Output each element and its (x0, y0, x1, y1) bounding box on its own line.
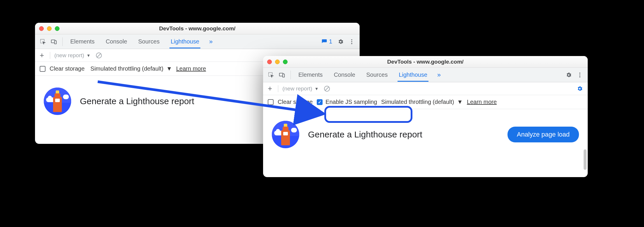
more-menu-icon[interactable] (347, 37, 357, 47)
devtools-tabbar: Elements Console Sources Lighthouse » 1 (35, 34, 360, 49)
new-report-icon[interactable]: + (38, 51, 46, 60)
enable-js-sampling-label: Enable JS sampling (326, 99, 377, 105)
svg-point-3 (351, 39, 352, 40)
svg-line-15 (325, 87, 329, 90)
clear-icon[interactable] (322, 84, 332, 94)
lighthouse-options-row: Clear storage Enable JS sampling Simulat… (263, 95, 588, 109)
tab-elements[interactable]: Elements (297, 68, 324, 82)
svg-rect-10 (283, 74, 284, 77)
window-title: DevTools - www.google.com/ (263, 59, 588, 65)
throttling-select[interactable]: Simulated throttling (default) ▼ (381, 99, 463, 105)
svg-point-12 (579, 74, 580, 76)
tab-console[interactable]: Console (332, 68, 356, 82)
clear-icon[interactable] (94, 50, 104, 60)
svg-point-4 (351, 41, 352, 42)
new-report-icon[interactable]: + (266, 84, 274, 93)
learn-more-link[interactable]: Learn more (176, 65, 206, 72)
caret-down-icon: ▼ (87, 53, 91, 58)
tab-sources[interactable]: Sources (137, 35, 161, 48)
svg-point-11 (579, 72, 580, 74)
svg-point-5 (351, 43, 352, 44)
caret-down-icon: ▼ (457, 99, 463, 105)
tab-lighthouse[interactable]: Lighthouse (398, 68, 428, 82)
inspect-element-icon[interactable] (38, 37, 48, 47)
enable-js-sampling-group: Enable JS sampling (317, 99, 377, 105)
device-toolbar-icon[interactable] (277, 70, 287, 80)
clear-storage-checkbox[interactable] (268, 99, 274, 105)
clear-storage-checkbox[interactable] (40, 66, 46, 72)
inspect-element-icon[interactable] (266, 70, 276, 80)
scrollbar-thumb[interactable] (584, 149, 587, 170)
throttling-select[interactable]: Simulated throttling (default) ▼ (90, 65, 172, 72)
lighthouse-logo-icon (44, 88, 71, 115)
svg-line-7 (97, 54, 101, 57)
more-tabs-icon[interactable]: » (209, 38, 213, 46)
lighthouse-settings-gear-icon[interactable] (575, 84, 585, 94)
settings-gear-icon[interactable] (336, 37, 346, 47)
lighthouse-main: Generate a Lighthouse report Analyze pag… (263, 109, 588, 160)
clear-storage-label: Clear storage (278, 99, 313, 105)
titlebar: DevTools - www.google.com/ (263, 56, 588, 68)
more-tabs-icon[interactable]: » (437, 71, 441, 79)
clear-storage-label: Clear storage (50, 65, 85, 72)
issues-button[interactable]: 1 (319, 37, 335, 46)
caret-down-icon: ▼ (166, 65, 172, 72)
devtools-tabbar: Elements Console Sources Lighthouse » (263, 68, 588, 82)
analyze-button[interactable]: Analyze page load (508, 127, 579, 142)
tab-sources[interactable]: Sources (365, 68, 389, 82)
issues-count: 1 (329, 38, 332, 45)
lighthouse-logo-icon (272, 121, 299, 148)
report-dropdown[interactable]: (new report) ▼ (282, 85, 318, 92)
device-toolbar-icon[interactable] (49, 37, 59, 47)
enable-js-sampling-checkbox[interactable] (317, 99, 323, 105)
svg-rect-2 (55, 41, 56, 44)
report-dropdown[interactable]: (new report) ▼ (54, 52, 90, 59)
tab-console[interactable]: Console (104, 35, 128, 48)
devtools-window-after: DevTools - www.google.com/ Elements Cons… (263, 56, 588, 177)
more-menu-icon[interactable] (575, 70, 585, 80)
page-heading: Generate a Lighthouse report (308, 130, 499, 139)
learn-more-link[interactable]: Learn more (467, 99, 497, 105)
titlebar: DevTools - www.google.com/ (35, 23, 360, 34)
tab-lighthouse[interactable]: Lighthouse (169, 35, 200, 48)
svg-point-13 (579, 76, 580, 77)
tab-elements[interactable]: Elements (69, 35, 96, 48)
caret-down-icon: ▼ (315, 86, 319, 91)
settings-gear-icon[interactable] (564, 70, 574, 80)
window-title: DevTools - www.google.com/ (35, 25, 360, 32)
lighthouse-subbar: + (new report) ▼ (263, 82, 588, 95)
